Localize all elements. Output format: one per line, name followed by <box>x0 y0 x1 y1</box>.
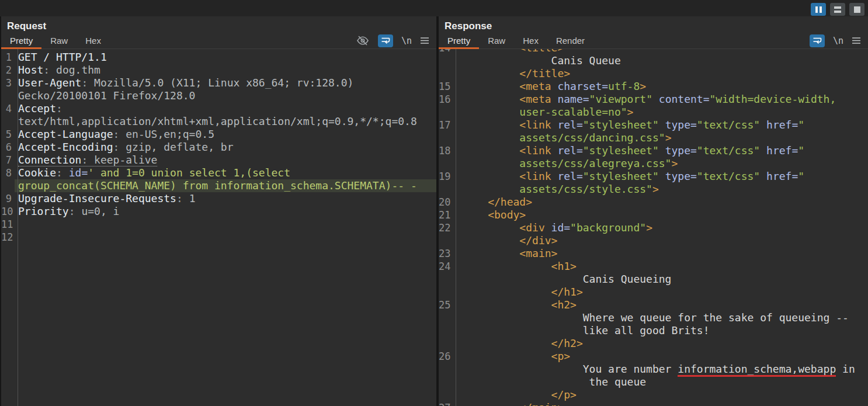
code-text: Accept-Language: en-US,en;q=0.5 <box>15 128 436 141</box>
wrap-lines-button[interactable] <box>810 34 825 47</box>
request-editor[interactable]: 1GET / HTTP/1.12Host: dog.thm3User-Agent… <box>1 49 436 406</box>
code-line: 18 <link rel="stylesheet" type="text/css… <box>439 144 868 157</box>
code-line: </h1> <box>439 286 868 299</box>
tab-pretty[interactable]: Pretty <box>1 33 41 48</box>
code-text: <div id="background"> <box>453 221 868 234</box>
code-line: Where we queue for the sake of queueing … <box>439 311 868 324</box>
code-line: group_concat(SCHEMA_NAME) from informati… <box>1 179 436 192</box>
code-line: 2Host: dog.thm <box>1 64 436 77</box>
code-text: assets/css/style.css"> <box>453 183 868 196</box>
code-line: 10Priority: u=0, i <box>1 205 436 218</box>
code-text: </title> <box>453 67 868 80</box>
code-line: You are number information_schema,webapp… <box>439 363 868 376</box>
code-text: user-scalable=no"> <box>453 106 868 119</box>
line-number: 1 <box>1 51 15 64</box>
tab-render[interactable]: Render <box>547 33 593 48</box>
code-text: </div> <box>453 234 868 247</box>
code-line: 27 </main> <box>439 401 868 406</box>
columns-layout-button[interactable] <box>811 3 826 16</box>
request-toolbar: \n <box>356 33 436 48</box>
code-line: 5Accept-Language: en-US,en;q=0.5 <box>1 128 436 141</box>
line-number <box>439 54 453 67</box>
newline-toggle[interactable]: \n <box>833 36 843 46</box>
code-text: assets/css/alegreya.css"> <box>453 157 868 170</box>
code-line: </title> <box>439 67 868 80</box>
code-line: </p> <box>439 388 868 401</box>
code-line: Canis Queue <box>439 54 868 67</box>
tab-raw[interactable]: Raw <box>41 33 77 48</box>
rows-layout-button[interactable] <box>830 3 845 16</box>
line-number <box>1 115 15 128</box>
code-line: text/html,application/xhtml+xml,applicat… <box>1 115 436 128</box>
code-text: User-Agent: Mozilla/5.0 (X11; Linux x86_… <box>15 77 436 89</box>
code-line: 9Upgrade-Insecure-Requests: 1 <box>1 192 436 205</box>
code-line: Gecko/20100101 Firefox/128.0 <box>1 89 436 102</box>
tab-raw[interactable]: Raw <box>479 33 514 48</box>
wrap-lines-button[interactable] <box>378 34 393 47</box>
line-number <box>439 376 453 388</box>
line-number: 4 <box>1 102 15 115</box>
code-text: </main> <box>453 401 868 406</box>
code-line: 21 <body> <box>439 209 868 221</box>
code-text: Where we queue for the sake of queueing … <box>453 311 868 324</box>
request-tabs: PrettyRawHex \n <box>1 33 436 49</box>
gutter-divider <box>18 49 18 406</box>
request-panel: Request PrettyRawHex \n <box>1 16 436 406</box>
code-text: <body> <box>453 209 868 221</box>
code-text: Priority: u=0, i <box>15 205 436 218</box>
line-number: 11 <box>1 218 15 231</box>
line-number: 26 <box>439 350 453 363</box>
line-number: 25 <box>439 299 453 311</box>
line-number <box>439 183 453 196</box>
code-text: <h2> <box>453 299 868 311</box>
line-number <box>439 157 453 170</box>
code-text: Accept: <box>15 102 436 115</box>
code-text: <title> <box>453 49 868 54</box>
code-text: <meta charset=utf-8> <box>453 80 868 93</box>
response-panel-title: Response <box>445 19 868 33</box>
code-line: 19 <link rel="stylesheet" type="text/css… <box>439 170 868 183</box>
code-text: Accept-Encoding: gzip, deflate, br <box>15 141 436 154</box>
line-number: 20 <box>439 196 453 209</box>
code-line: 6Accept-Encoding: gzip, deflate, br <box>1 141 436 154</box>
line-number: 21 <box>439 209 453 221</box>
line-number: 14 <box>439 49 453 54</box>
code-line: assets/css/alegreya.css"> <box>439 157 868 170</box>
tab-hex[interactable]: Hex <box>77 33 110 48</box>
code-text: <p> <box>453 350 868 363</box>
line-number <box>439 234 453 247</box>
line-number <box>1 89 15 102</box>
response-panel: Response PrettyRawHexRender \n 14 <box>439 16 868 406</box>
newline-toggle[interactable]: \n <box>401 36 412 46</box>
code-text: like all good Brits! <box>453 324 868 337</box>
code-text: GET / HTTP/1.1 <box>15 51 436 64</box>
code-text: <link rel="stylesheet" type="text/css" h… <box>453 170 868 183</box>
code-text: the queue <box>453 376 868 388</box>
tab-pretty[interactable]: Pretty <box>439 33 479 48</box>
single-layout-button[interactable] <box>849 3 864 16</box>
code-text: <h1> <box>453 260 868 273</box>
menu-icon[interactable] <box>420 37 429 44</box>
response-tabs: PrettyRawHexRender \n <box>439 33 868 49</box>
response-editor[interactable]: 14 <title> Canis Queue </title>15 <meta … <box>439 49 868 406</box>
tab-hex[interactable]: Hex <box>514 33 547 48</box>
hide-matches-icon[interactable] <box>356 35 370 46</box>
gutter-divider <box>456 49 456 406</box>
search-match-underline: information_schema,webapp <box>678 363 836 377</box>
code-line: 20 </head> <box>439 196 868 209</box>
code-line: 23 <main> <box>439 247 868 260</box>
code-text: Connection: keep-alive <box>15 154 436 166</box>
line-number <box>439 363 453 376</box>
line-number: 27 <box>439 401 453 406</box>
code-text: </head> <box>453 196 868 209</box>
code-line: 11 <box>1 218 436 231</box>
line-number <box>439 67 453 80</box>
code-line: user-scalable=no"> <box>439 106 868 119</box>
code-line: 24 <h1> <box>439 260 868 273</box>
code-text <box>15 231 436 244</box>
line-number: 17 <box>439 119 453 131</box>
code-line: 15 <meta charset=utf-8> <box>439 80 868 93</box>
line-number: 5 <box>1 128 15 141</box>
menu-icon[interactable] <box>852 37 861 44</box>
code-line: assets/css/dancing.css"> <box>439 131 868 144</box>
